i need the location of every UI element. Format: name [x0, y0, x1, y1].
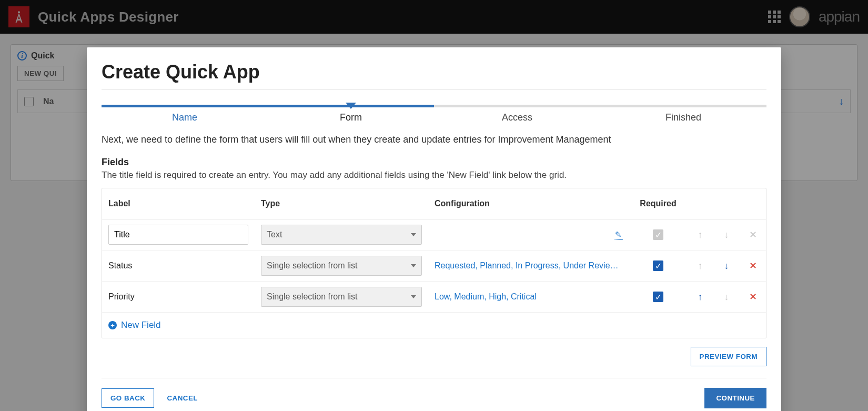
fields-subtext: The title field is required to create an…	[102, 170, 766, 181]
step-name[interactable]: Name	[102, 112, 268, 123]
step-access[interactable]: Access	[434, 112, 600, 123]
step-marker	[346, 103, 356, 109]
step-description: Next, we need to define the form that us…	[102, 134, 766, 145]
step-form[interactable]: Form	[268, 112, 434, 123]
wizard-stepper: Name Form Access Finished	[102, 105, 766, 126]
fields-heading: Fields	[102, 157, 766, 168]
step-progress	[102, 105, 434, 107]
grid-header: Label Type Configuration Required	[102, 188, 766, 192]
modal-overlay: Create Quick App Name Form Access Finish…	[0, 0, 868, 192]
modal-title: Create Quick App	[102, 61, 766, 90]
fields-grid: Label Type Configuration Required Text✎✓…	[102, 188, 766, 192]
create-quick-app-modal: Create Quick App Name Form Access Finish…	[87, 47, 781, 192]
step-finished[interactable]: Finished	[600, 112, 766, 123]
